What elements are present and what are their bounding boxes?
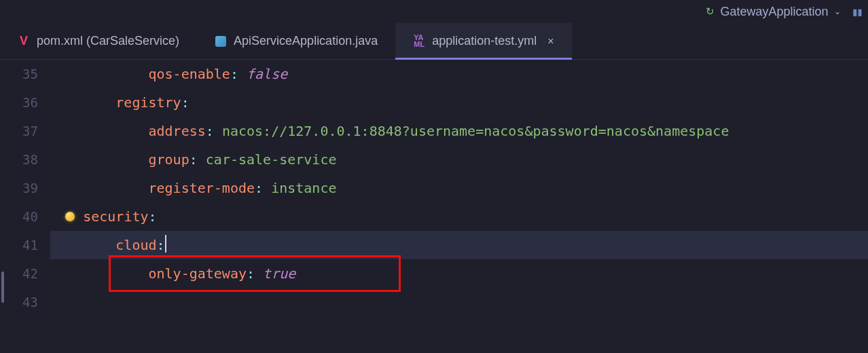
- line-number: 42: [5, 259, 38, 288]
- editor-left-edge: [0, 60, 5, 353]
- code-line[interactable]: only-gateway: true: [50, 259, 868, 288]
- line-number: 43: [5, 288, 38, 316]
- run-config-selector[interactable]: ↻ GatewayApplication ⌄: [706, 5, 840, 19]
- pause-button[interactable]: ▮▮: [852, 5, 861, 18]
- tab-pom-xml-carsaleservice-[interactable]: Vpom.xml (CarSaleService): [0, 23, 197, 59]
- editor-tabs: Vpom.xml (CarSaleService)ApiServiceAppli…: [0, 23, 868, 60]
- line-number: 38: [5, 145, 38, 174]
- code-line[interactable]: address: nacos://127.0.0.1:8848?username…: [50, 117, 868, 145]
- chevron-down-icon: ⌄: [834, 7, 841, 16]
- code-content[interactable]: qos-enable: false registry: address: nac…: [50, 60, 868, 353]
- tab-label: pom.xml (CarSaleService): [37, 34, 179, 48]
- tab-application-test-yml[interactable]: YAMLapplication-test.yml×: [395, 23, 571, 59]
- text-caret: [165, 235, 166, 253]
- code-line[interactable]: group: car-sale-service: [50, 145, 868, 174]
- reload-icon: ↻: [706, 5, 715, 18]
- run-config-label: GatewayApplication: [720, 5, 828, 19]
- line-number: 40: [5, 202, 38, 231]
- code-line[interactable]: security:: [50, 202, 868, 231]
- code-line[interactable]: qos-enable: false: [50, 60, 868, 88]
- intention-bulb-icon[interactable]: [65, 212, 75, 221]
- line-number: 35: [5, 60, 38, 88]
- code-line[interactable]: register-mode: instance: [50, 174, 868, 202]
- line-number: 37: [5, 117, 38, 145]
- top-toolbar: ↻ GatewayApplication ⌄ ▮▮: [0, 0, 868, 23]
- line-number: 36: [5, 88, 38, 117]
- java-class-icon: [215, 35, 227, 48]
- tab-apiserviceapplication-java[interactable]: ApiServiceApplication.java: [197, 23, 395, 59]
- yaml-icon: YAML: [413, 35, 425, 48]
- line-number-gutter: 353637383940414243: [5, 60, 50, 353]
- code-line[interactable]: registry:: [50, 88, 868, 117]
- code-line[interactable]: cloud:: [50, 231, 868, 259]
- close-icon[interactable]: ×: [547, 35, 554, 48]
- maven-icon: V: [18, 35, 30, 48]
- line-number: 41: [5, 231, 38, 259]
- editor-area: 353637383940414243 qos-enable: false reg…: [0, 60, 868, 353]
- line-number: 39: [5, 174, 38, 202]
- tab-label: ApiServiceApplication.java: [234, 34, 378, 48]
- tab-label: application-test.yml: [432, 34, 537, 48]
- code-line[interactable]: [50, 288, 868, 316]
